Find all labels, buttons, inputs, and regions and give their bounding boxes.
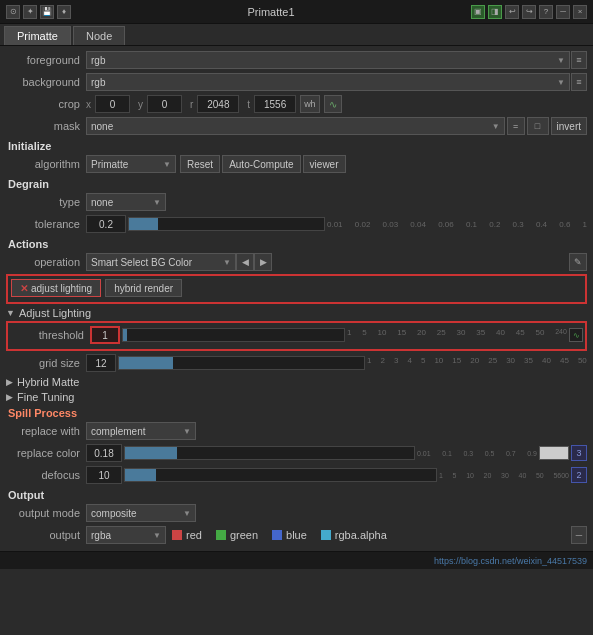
crop-x-label: x <box>86 99 91 110</box>
initialize-header: Initialize <box>6 140 587 152</box>
operation-next-btn[interactable]: ▶ <box>254 253 272 271</box>
blue-checkbox-label: blue <box>272 529 307 541</box>
replace-with-label: replace with <box>6 425 86 437</box>
grid-size-input[interactable] <box>86 354 116 372</box>
grid-size-slider[interactable] <box>118 356 365 370</box>
grid-size-slider-area: 12345101520253035404550 <box>118 356 587 370</box>
titlebar-btn-close[interactable]: × <box>573 5 587 19</box>
mask-dropdown-arrow: ▼ <box>492 122 500 131</box>
crop-x-input[interactable] <box>95 95 130 113</box>
crop-row: crop x y r t wh ∿ <box>6 94 587 114</box>
algorithm-row: algorithm Primatte ▼ Reset Auto-Compute … <box>6 154 587 174</box>
crop-link-icon[interactable]: ∿ <box>324 95 342 113</box>
defocus-input[interactable] <box>86 466 122 484</box>
hybrid-render-btn[interactable]: hybrid render <box>105 279 182 297</box>
foreground-dropdown[interactable]: rgb ▼ <box>86 51 570 69</box>
titlebar-icon-3[interactable]: 💾 <box>40 5 54 19</box>
titlebar-btn-min[interactable]: ─ <box>556 5 570 19</box>
crop-r-input[interactable] <box>197 95 239 113</box>
titlebar-icon-1[interactable]: ⊙ <box>6 5 20 19</box>
output-header: Output <box>6 489 587 501</box>
titlebar-btn-4[interactable]: ↪ <box>522 5 536 19</box>
operation-dropdown[interactable]: Smart Select BG Color ▼ <box>86 253 236 271</box>
hybrid-render-label: hybrid render <box>114 283 173 294</box>
mask-icon-btn1[interactable]: = <box>507 117 525 135</box>
mask-icon-btn2[interactable]: □ <box>527 117 549 135</box>
output-mode-dropdown[interactable]: composite ▼ <box>86 504 196 522</box>
replace-with-row: replace with complement ▼ <box>6 421 587 441</box>
green-checkbox-label: green <box>216 529 258 541</box>
titlebar-btn-1[interactable]: ▣ <box>471 5 485 19</box>
titlebar-icon-4[interactable]: ♦ <box>57 5 71 19</box>
defocus-label: defocus <box>6 469 86 481</box>
output-mode-row: output mode composite ▼ <box>6 503 587 523</box>
spill-process-header: Spill Process <box>6 407 587 419</box>
output-side-btn[interactable]: ─ <box>571 526 587 544</box>
fine-tuning-label: Fine Tuning <box>17 391 74 403</box>
degrain-header: Degrain <box>6 178 587 190</box>
threshold-slider-area: 15101520253035404550240 <box>122 328 567 342</box>
fine-tuning-section[interactable]: ▶ Fine Tuning <box>6 391 587 403</box>
viewer-btn[interactable]: viewer <box>303 155 346 173</box>
tab-primatte[interactable]: Primatte <box>4 26 71 45</box>
mask-invert-btn[interactable]: invert <box>551 117 587 135</box>
blue-label: blue <box>286 529 307 541</box>
replace-with-dropdown[interactable]: complement ▼ <box>86 422 196 440</box>
tolerance-slider[interactable] <box>128 217 325 231</box>
defocus-row: defocus 1510203040505600 2 <box>6 465 587 485</box>
adjust-lighting-label: adjust lighting <box>31 283 92 294</box>
degrain-type-dropdown[interactable]: none ▼ <box>86 193 166 211</box>
crop-t-input[interactable] <box>254 95 296 113</box>
foreground-dropdown-arrow: ▼ <box>557 56 565 65</box>
tab-node[interactable]: Node <box>73 26 125 45</box>
adjust-lighting-section[interactable]: ▼ Adjust Lighting <box>6 307 587 319</box>
hybrid-matte-section[interactable]: ▶ Hybrid Matte <box>6 376 587 388</box>
crop-y-input[interactable] <box>147 95 182 113</box>
rgba-icon <box>321 530 331 540</box>
replace-color-swatch[interactable] <box>539 446 569 460</box>
background-row: background rgb ▼ ≡ <box>6 72 587 92</box>
green-label: green <box>230 529 258 541</box>
titlebar-icon-2[interactable]: ✦ <box>23 5 37 19</box>
titlebar-left-icons: ⊙ ✦ 💾 ♦ <box>6 5 71 19</box>
titlebar-right-icons: ▣ ◨ ↩ ↪ ? ─ × <box>471 5 587 19</box>
operation-prev-btn[interactable]: ◀ <box>236 253 254 271</box>
threshold-input[interactable] <box>90 326 120 344</box>
threshold-slider[interactable] <box>122 328 345 342</box>
adjust-lighting-btn[interactable]: ✕ adjust lighting <box>11 279 101 297</box>
operation-edit-btn[interactable]: ✎ <box>569 253 587 271</box>
fine-tuning-arrow: ▶ <box>6 392 13 402</box>
titlebar-btn-2[interactable]: ◨ <box>488 5 502 19</box>
crop-fields: x y r t wh ∿ <box>86 95 342 113</box>
replace-color-input[interactable] <box>86 444 122 462</box>
url-text: https://blog.csdn.net/weixin_44517539 <box>434 556 587 566</box>
operation-row: operation Smart Select BG Color ▼ ◀ ▶ ✎ <box>6 252 587 272</box>
background-dropdown[interactable]: rgb ▼ <box>86 73 570 91</box>
background-label: background <box>6 76 86 88</box>
foreground-side-btn[interactable]: ≡ <box>571 51 587 69</box>
defocus-slider[interactable] <box>124 468 437 482</box>
replace-color-slider[interactable] <box>124 446 415 460</box>
tab-bar: Primatte Node <box>0 24 593 46</box>
mask-area: none ▼ = □ invert <box>86 117 587 135</box>
output-channels: red green blue rgba.alpha <box>172 529 395 541</box>
output-mode-arrow: ▼ <box>183 509 191 518</box>
algorithm-dropdown[interactable]: Primatte ▼ <box>86 155 176 173</box>
output-label: output <box>6 529 86 541</box>
auto-compute-btn[interactable]: Auto-Compute <box>222 155 300 173</box>
titlebar-btn-help[interactable]: ? <box>539 5 553 19</box>
rgba-checkbox-label: rgba.alpha <box>321 529 387 541</box>
green-icon <box>216 530 226 540</box>
output-dropdown[interactable]: rgba ▼ <box>86 526 166 544</box>
threshold-graph-icon[interactable]: ∿ <box>569 328 583 342</box>
adjust-lighting-x: ✕ <box>20 283 28 294</box>
crop-wh-icon[interactable]: wh <box>300 95 320 113</box>
mask-label: mask <box>6 120 86 132</box>
tolerance-input[interactable] <box>86 215 126 233</box>
mask-dropdown[interactable]: none ▼ <box>86 117 505 135</box>
crop-t-label: t <box>247 99 250 110</box>
background-side-btn[interactable]: ≡ <box>571 73 587 91</box>
reset-btn[interactable]: Reset <box>180 155 220 173</box>
titlebar-btn-3[interactable]: ↩ <box>505 5 519 19</box>
output-arrow: ▼ <box>153 531 161 540</box>
